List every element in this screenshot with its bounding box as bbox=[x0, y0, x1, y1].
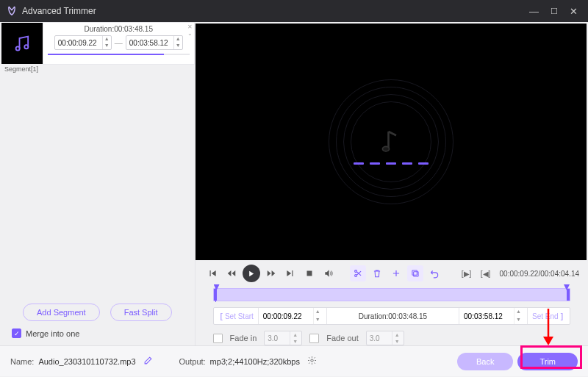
set-end-button[interactable]: Set End] bbox=[528, 308, 570, 324]
svg-point-0 bbox=[16, 46, 20, 50]
edit-name-button[interactable] bbox=[143, 356, 153, 367]
zoom-range-in-button[interactable]: [▶] bbox=[459, 265, 475, 281]
step-forward-button[interactable] bbox=[263, 265, 279, 281]
svg-rect-3 bbox=[306, 271, 312, 276]
svg-rect-7 bbox=[412, 270, 416, 275]
svg-rect-6 bbox=[413, 272, 417, 276]
chevron-down-icon[interactable]: ▼ bbox=[514, 316, 523, 324]
copy-button[interactable] bbox=[407, 265, 423, 281]
undo-button[interactable] bbox=[426, 265, 442, 281]
chevron-down-icon[interactable]: ▼ bbox=[314, 316, 322, 324]
segment-thumbnail[interactable] bbox=[1, 23, 43, 64]
set-start-button[interactable]: [Set Start bbox=[214, 308, 259, 324]
fade-out-checkbox[interactable] bbox=[309, 334, 319, 343]
app-logo-icon bbox=[6, 5, 18, 17]
player-controls: [▶] [◀] 00:00:09.22/00:04:04.14 bbox=[204, 265, 579, 282]
chevron-up-icon[interactable]: ▲ bbox=[103, 36, 111, 43]
fade-out-input[interactable] bbox=[367, 334, 392, 342]
svg-point-1 bbox=[24, 45, 28, 49]
output-value: mp3;2;44100Hz;320kbps bbox=[210, 357, 300, 366]
segment-progress bbox=[48, 54, 190, 55]
name-value: Audio_230310110732.mp3 bbox=[38, 357, 135, 366]
stop-button[interactable] bbox=[301, 265, 318, 281]
volume-button[interactable] bbox=[320, 265, 337, 281]
range-start-input[interactable] bbox=[263, 312, 313, 320]
range-dash: — bbox=[115, 38, 123, 47]
output-label: Output: bbox=[179, 357, 206, 366]
title-bar: Advanced Trimmer — ☐ ✕ bbox=[0, 0, 588, 22]
chevron-up-icon[interactable]: ▲ bbox=[514, 308, 523, 316]
chevron-up-icon[interactable]: ▲ bbox=[314, 308, 322, 316]
segment-remove-icon[interactable]: ✕ bbox=[187, 24, 193, 30]
checkbox-checked-icon[interactable]: ✓ bbox=[12, 328, 21, 338]
fade-in-label: Fade in bbox=[230, 334, 257, 342]
segment-info: ✕ ⌄ Duration:00:03:48.15 ▲▼ — ▲▼ bbox=[43, 22, 195, 65]
range-end-spinner[interactable]: ▲▼ bbox=[459, 308, 528, 324]
add-button[interactable] bbox=[388, 265, 404, 281]
back-button[interactable]: Back bbox=[457, 353, 513, 370]
segment-start-spinner[interactable]: ▲▼ bbox=[54, 35, 112, 50]
preview-pane bbox=[196, 24, 587, 260]
fade-in-checkbox[interactable] bbox=[213, 334, 223, 343]
trim-button[interactable]: Trim bbox=[517, 353, 578, 370]
footer: Name: Audio_230310110732.mp3 Output: mp3… bbox=[0, 345, 588, 376]
add-segment-button[interactable]: Add Segment bbox=[23, 304, 100, 321]
name-label: Name: bbox=[10, 357, 34, 366]
range-row: [Set Start ▲▼ Duration:00:03:48.15 ▲▼ Se… bbox=[213, 307, 570, 325]
segment-end-input[interactable] bbox=[126, 39, 173, 47]
segment-end-spinner[interactable]: ▲▼ bbox=[126, 35, 183, 50]
close-button[interactable]: ✕ bbox=[570, 6, 578, 17]
fade-out-spinner[interactable]: ▲▼ bbox=[366, 331, 404, 345]
fade-in-input[interactable] bbox=[265, 334, 290, 342]
svg-point-8 bbox=[311, 359, 313, 362]
playhead[interactable] bbox=[215, 286, 216, 302]
minimize-button[interactable]: — bbox=[529, 6, 539, 17]
chevron-down-icon[interactable]: ▼ bbox=[174, 43, 182, 49]
prev-marker-button[interactable] bbox=[204, 265, 220, 281]
zoom-range-out-button[interactable]: [◀] bbox=[478, 265, 494, 281]
chevron-down-icon[interactable]: ▼ bbox=[103, 43, 111, 49]
sidebar: Segment[1] ✕ ⌄ Duration:00:03:48.15 ▲▼ — bbox=[0, 22, 196, 345]
fast-split-button[interactable]: Fast Split bbox=[110, 304, 172, 321]
next-marker-button[interactable] bbox=[282, 265, 298, 281]
segment-collapse-icon[interactable]: ⌄ bbox=[187, 30, 193, 37]
fade-in-spinner[interactable]: ▲▼ bbox=[264, 331, 302, 345]
merge-checkbox-row[interactable]: ✓ Merge into one bbox=[12, 328, 183, 338]
audio-visual-icon bbox=[329, 79, 453, 204]
step-back-button[interactable] bbox=[223, 265, 240, 281]
range-end-input[interactable] bbox=[464, 312, 514, 320]
split-button[interactable] bbox=[350, 265, 366, 281]
maximize-button[interactable]: ☐ bbox=[551, 7, 558, 16]
window-title: Advanced Trimmer bbox=[22, 6, 529, 16]
playback-time: 00:00:09.22/00:04:04.14 bbox=[500, 270, 579, 278]
range-start-spinner[interactable]: ▲▼ bbox=[259, 308, 327, 324]
fade-out-label: Fade out bbox=[326, 334, 358, 342]
merge-label: Merge into one bbox=[26, 329, 79, 338]
play-button[interactable] bbox=[243, 265, 260, 282]
svg-point-2 bbox=[382, 146, 389, 151]
segment-duration-value: 00:03:48.15 bbox=[114, 25, 153, 33]
output-settings-button[interactable] bbox=[307, 356, 317, 367]
delete-button[interactable] bbox=[369, 265, 385, 281]
range-duration: Duration:00:03:48.15 bbox=[327, 308, 459, 324]
segment-start-input[interactable] bbox=[55, 39, 102, 47]
timeline[interactable] bbox=[213, 288, 570, 301]
chevron-up-icon[interactable]: ▲ bbox=[174, 36, 182, 43]
segment-duration-label: Duration: bbox=[85, 25, 115, 33]
